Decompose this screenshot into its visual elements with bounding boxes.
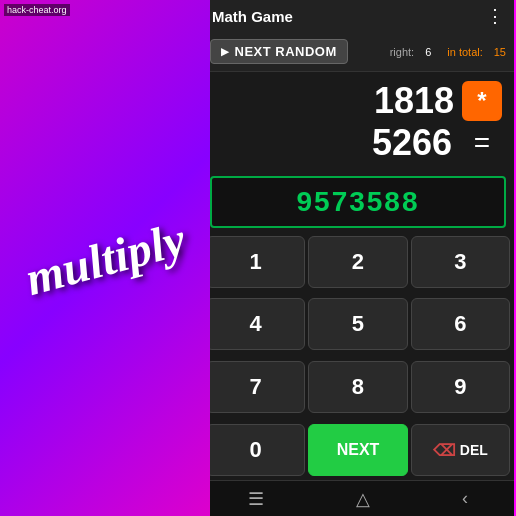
- top-bar: Math Game ⋮: [202, 0, 514, 32]
- result-area: 9573588: [210, 176, 506, 228]
- nav-home-icon[interactable]: △: [356, 488, 370, 510]
- key-1[interactable]: 1: [206, 236, 305, 288]
- bottom-nav: ☰ △ ‹: [202, 480, 514, 516]
- nav-back-icon[interactable]: ‹: [462, 488, 468, 509]
- key-5[interactable]: 5: [308, 298, 407, 350]
- next-random-row: ▶ NEXT RANDOM right: 6 in total: 15: [202, 32, 514, 72]
- numbers-area: 1818 * 5266 =: [202, 72, 514, 172]
- app-container: Math Game ⋮ ▶ NEXT RANDOM right: 6 in to…: [200, 0, 516, 516]
- keypad: 1 2 3 4 5 6 7 8 9: [202, 232, 514, 424]
- key-0[interactable]: 0: [206, 424, 305, 476]
- play-icon: ▶: [221, 46, 230, 57]
- bottom-row: 0 NEXT ⌫ DEL: [202, 424, 514, 480]
- del-button[interactable]: ⌫ DEL: [411, 424, 510, 476]
- app-title: Math Game: [212, 8, 293, 25]
- del-icon: ⌫: [433, 441, 456, 460]
- next-random-label: NEXT RANDOM: [235, 44, 337, 59]
- result-display: 9573588: [296, 186, 419, 217]
- nav-menu-icon[interactable]: ☰: [248, 488, 264, 510]
- operator-symbol: *: [477, 87, 486, 115]
- operator-button[interactable]: *: [462, 81, 502, 121]
- number1-display: 1818: [214, 80, 454, 122]
- more-icon[interactable]: ⋮: [486, 5, 504, 27]
- overlay-text: multiply: [19, 210, 190, 305]
- number1-row: 1818 *: [214, 80, 502, 122]
- key-7[interactable]: 7: [206, 361, 305, 413]
- stats-right-value: 6: [425, 46, 431, 58]
- stats-total-value: 15: [494, 46, 506, 58]
- next-random-button[interactable]: ▶ NEXT RANDOM: [210, 39, 348, 64]
- number2-row: 5266 =: [214, 122, 502, 164]
- key-8[interactable]: 8: [308, 361, 407, 413]
- stats-right-label: right:: [390, 46, 414, 58]
- key-4[interactable]: 4: [206, 298, 305, 350]
- number2-display: 5266: [214, 122, 452, 164]
- key-2[interactable]: 2: [308, 236, 407, 288]
- stats-total-label: in total:: [447, 46, 482, 58]
- next-button[interactable]: NEXT: [308, 424, 407, 476]
- del-label: DEL: [460, 442, 488, 458]
- equals-symbol: =: [462, 127, 502, 159]
- key-6[interactable]: 6: [411, 298, 510, 350]
- key-3[interactable]: 3: [411, 236, 510, 288]
- overlay-panel: multiply: [0, 0, 210, 516]
- key-9[interactable]: 9: [411, 361, 510, 413]
